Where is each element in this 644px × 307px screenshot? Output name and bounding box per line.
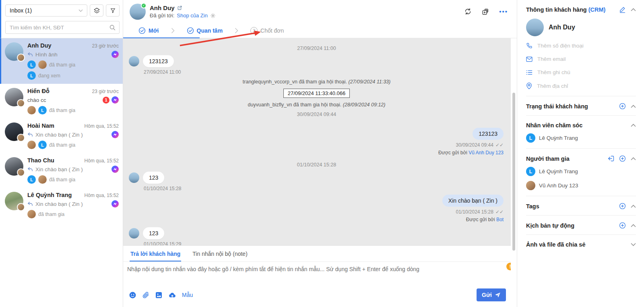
message-time: 01/10/2024 15:28 [144, 186, 504, 191]
conversation-name: Lê Quỳnh Trang [27, 192, 85, 198]
add-circle-icon[interactable] [619, 103, 626, 110]
inbox-filter-select[interactable]: Inbox (1) [5, 4, 87, 17]
automation-section: Kịch bản tự động [526, 216, 636, 235]
avatar [129, 56, 139, 66]
step-separator-icon [171, 28, 175, 33]
funnel-icon [110, 8, 116, 14]
send-button[interactable]: Gửi [477, 288, 506, 301]
avatar [5, 122, 23, 141]
status-text: đã tham gia [49, 62, 75, 68]
sent-by-name[interactable]: Vũ Anh Duy 123 [469, 150, 504, 156]
message-input[interactable] [127, 266, 499, 284]
messenger-channel-icon [111, 166, 119, 173]
chevron-up-icon[interactable] [631, 157, 636, 160]
tab-reply-customer[interactable]: Trả lời khách hàng [130, 246, 181, 261]
agent-person[interactable]: L Lê Quỳnh Trang [526, 133, 636, 143]
conversation-item-anh-duy[interactable]: Anh Duy 23 giờ trước Hình ảnh L [0, 38, 123, 84]
chat-header: ✓ Anh Duy Đã gửi tới:Shop của Zin [123, 0, 517, 23]
message-history[interactable]: 27/09/2024 11:00 123123 27/09/2024 11:00… [123, 38, 511, 245]
participant-mini-avatar [17, 203, 25, 211]
status-text: đã tham gia [49, 108, 75, 113]
participant-name: Lê Quỳnh Trang [539, 168, 578, 174]
step-number-badge: 3 [250, 27, 258, 34]
participant-mini-avatar [17, 168, 25, 176]
date-divider: 27/09/2024 11:00 [129, 46, 504, 51]
chat-customer-name: Anh Duy [150, 4, 175, 11]
chevron-up-icon[interactable] [631, 224, 636, 227]
chevron-up-icon[interactable] [631, 105, 636, 108]
system-date: (27/09/2024 11:33) [348, 79, 390, 85]
duplicate-conversation-icon[interactable] [481, 8, 489, 16]
participant-person[interactable]: Vũ Anh Duy 123 [526, 181, 636, 190]
chevron-up-icon[interactable] [631, 124, 636, 127]
participant-mini-avatar [17, 99, 25, 107]
step-label: Quan tâm [197, 27, 223, 34]
agent-name: Lê Quỳnh Trang [539, 135, 578, 141]
leave-conversation-icon[interactable] [607, 156, 614, 162]
conversation-item-hoai-nam[interactable]: Hoài Nam Hôm qua, 15:52 Xin chào bạn ( Z… [0, 118, 123, 153]
conversation-item-thao-chu[interactable]: Thao Chu Hôm qua, 15:52 Xin chào bạn ( Z… [0, 153, 123, 188]
incoming-message: 123123 [129, 55, 504, 67]
customer-avatar: ✓ [130, 4, 146, 20]
message-bubble: 123123 [143, 55, 174, 67]
step-quan-tam[interactable]: Quan tâm [187, 27, 223, 34]
conversation-preview: Xin chào bạn ( Zin ) [35, 166, 83, 172]
external-link-icon[interactable] [177, 5, 182, 10]
more-actions-icon[interactable]: ••• [499, 8, 508, 15]
add-address-button[interactable]: Thêm địa chỉ [526, 79, 636, 90]
filter-button[interactable] [106, 4, 120, 17]
attachment-icon[interactable] [142, 291, 149, 299]
message-bubble: Xin chào bạn ( Zin ) [442, 195, 504, 207]
emoji-icon[interactable] [129, 291, 136, 299]
refresh-icon[interactable] [464, 8, 472, 15]
template-button[interactable]: Mẫu [182, 292, 193, 298]
conversation-item-le-quynh-trang[interactable]: Lê Quỳnh Trang Hôm qua, 15:52 Xin chào b… [0, 188, 123, 222]
edit-pencil-icon[interactable] [619, 6, 626, 13]
add-circle-icon[interactable] [619, 155, 626, 162]
chat-panel: ✓ Anh Duy Đã gửi tới:Shop của Zin [123, 0, 517, 307]
add-phone-button[interactable]: Thêm số điện thoại [526, 39, 636, 52]
participant-person[interactable]: L Lê Quỳnh Trang [526, 167, 636, 176]
search-icon[interactable] [109, 24, 116, 31]
system-timestamp-box: 27/09/2024 11:33:40.066 [129, 89, 504, 98]
participant-avatar [27, 106, 36, 114]
chat-scrollbar-thumb[interactable] [512, 93, 515, 251]
customer-search-box [5, 21, 120, 34]
page-link[interactable]: Shop của Zin [177, 12, 208, 19]
conversation-item-hien-do[interactable]: Hiển Đỗ 23 giờ trước chào cc 1 [0, 84, 123, 118]
participant-avatar [27, 210, 36, 218]
messenger-channel-icon [111, 200, 119, 207]
avatar [5, 88, 23, 106]
add-note-button[interactable]: Thêm ghi chú [526, 66, 636, 79]
sidebar-filter-area: Inbox (1) [0, 0, 123, 38]
customer-search-input[interactable] [10, 25, 109, 31]
agent-badge: L [38, 141, 47, 149]
conversation-status-row: đã tham gia [27, 210, 119, 218]
message-bubble: 123123 [473, 128, 504, 140]
messenger-channel-icon [111, 51, 119, 58]
collapse-layers-button[interactable] [90, 4, 103, 17]
sent-by-name[interactable]: Bot [496, 217, 504, 222]
chevron-down-icon[interactable] [631, 243, 636, 246]
mail-icon [526, 56, 533, 62]
system-message: duyvuanh_bizfly_vn đã tham gia hội thoại… [129, 102, 504, 108]
add-circle-icon[interactable] [619, 222, 626, 229]
step-separator-icon [235, 28, 238, 33]
add-email-button[interactable]: Thêm email [526, 52, 636, 66]
conversation-name: Thao Chu [27, 157, 85, 164]
participants-section-title: Người tham gia [526, 156, 607, 162]
gear-icon[interactable] [210, 13, 216, 19]
step-label: Mới [149, 27, 159, 34]
step-chot-don[interactable]: 3 Chốt đơn [250, 27, 284, 34]
add-circle-icon[interactable] [619, 203, 626, 210]
image-icon[interactable] [155, 291, 163, 299]
chevron-up-icon[interactable] [631, 205, 636, 208]
crm-tag[interactable]: (CRM) [588, 6, 606, 13]
step-moi[interactable]: Mới [138, 27, 159, 34]
sent-by-label: Được gửi bởi [466, 217, 495, 222]
composer-toolbar: Mẫu Gửi [123, 286, 511, 307]
tab-internal-note[interactable]: Tin nhắn nội bộ (note) [192, 246, 248, 261]
upload-template-icon[interactable] [168, 291, 176, 299]
status-text: đã tham gia [49, 177, 75, 183]
chevron-up-icon[interactable] [631, 8, 636, 11]
